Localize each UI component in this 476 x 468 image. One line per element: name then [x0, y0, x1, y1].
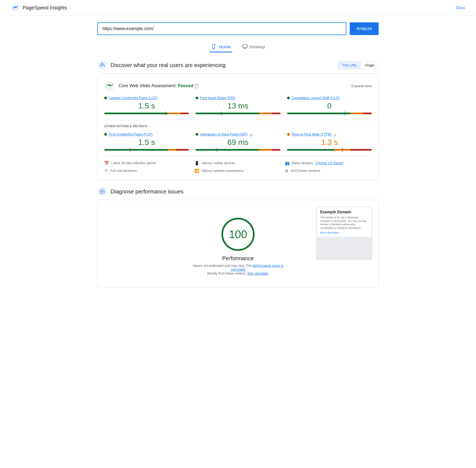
app-title: PageSpeed Insights — [23, 5, 67, 11]
cwv-header: Core Web Vitals Assessment: Passed ? Exp… — [104, 80, 372, 91]
cls-bar-red — [363, 113, 372, 114]
fid-bar-red — [272, 113, 280, 114]
ttfb-marker — [342, 148, 343, 152]
tab-mobile-label: Mobile — [219, 44, 231, 49]
metric-fcp: First Contentful Paint (FCP) 1.5 s — [104, 132, 189, 151]
performance-score-circle: 100 — [221, 218, 255, 251]
fcp-dot — [104, 133, 107, 136]
ttfb-bar-green — [287, 149, 334, 151]
cwv-metrics-grid: Largest Contentful Paint (LCP) 1.5 s Fir… — [104, 96, 372, 114]
this-url-button[interactable]: This URL — [338, 62, 361, 69]
app-header: PageSpeed Insights Docs — [0, 0, 476, 16]
url-origin-toggle: This URL Origin — [338, 61, 379, 69]
lcp-bar-green — [104, 113, 168, 114]
fid-value: 13 ms — [196, 102, 280, 110]
url-input[interactable] — [97, 22, 346, 35]
info-visit-durations: ⏱ Full visit durations — [104, 169, 191, 173]
svg-point-12 — [109, 84, 111, 86]
fcp-marker — [130, 148, 130, 152]
inp-bar-red — [272, 149, 280, 151]
fcp-label[interactable]: First Contentful Paint (FCP) — [104, 132, 189, 136]
calendar-icon: 📅 — [104, 161, 109, 165]
screenshot-link[interactable]: More information... — [320, 231, 368, 234]
fid-marker — [221, 111, 222, 115]
tab-mobile[interactable]: Mobile — [210, 42, 232, 52]
mobile-device-icon: 📱 — [194, 161, 199, 165]
metric-ttfb: Time to First Byte (TTFB) ⚠ 1.3 s — [287, 132, 372, 151]
cwv-status: Passed — [178, 83, 193, 88]
fcp-bar-orange — [168, 149, 176, 151]
inp-label[interactable]: Interaction to Next Paint (INP) ⚠ — [196, 132, 280, 136]
inp-bar-orange — [259, 149, 272, 151]
cwv-help-icon[interactable]: ? — [194, 84, 199, 88]
diagnose-icon — [97, 187, 107, 196]
inp-bar-green — [196, 149, 259, 151]
fcp-bar-red — [176, 149, 189, 151]
section-title-group: Discover what your real users are experi… — [97, 60, 226, 70]
docs-link[interactable]: Docs — [456, 6, 465, 10]
fid-bar — [196, 113, 280, 114]
fid-label[interactable]: First Input Delay (FID) — [196, 96, 280, 100]
ttfb-dot — [287, 133, 290, 136]
svg-point-15 — [101, 191, 103, 192]
fid-bar-orange — [259, 113, 272, 114]
performance-score: 100 — [229, 228, 247, 241]
notable-divider — [104, 120, 372, 120]
page-screenshot: Example Domain This domain is for use in… — [317, 207, 372, 259]
inp-bar — [196, 149, 280, 151]
cls-label[interactable]: Cumulative Layout Shift (CLS) — [287, 96, 372, 100]
field-data-title: Discover what your real users are experi… — [111, 62, 226, 68]
analyze-button[interactable]: Analyze — [350, 22, 379, 35]
cwv-icon — [104, 80, 115, 91]
info-network: 📶 Various network connections — [194, 169, 281, 173]
cwv-title-group: Core Web Vitals Assessment: Passed ? — [104, 80, 199, 91]
performance-card: 100 Performance Values are estimated and… — [97, 200, 379, 288]
origin-button[interactable]: Origin — [361, 62, 378, 69]
expand-view-button[interactable]: Expand view — [351, 84, 372, 88]
diagnose-header: Diagnose performance issues — [97, 187, 379, 196]
screenshot-content: Example Domain This domain is for use in… — [317, 207, 371, 237]
cls-value: 0 — [287, 102, 372, 110]
calculator-link[interactable]: See calculator. — [247, 272, 269, 275]
notable-metrics-grid: First Contentful Paint (FCP) 1.5 s Inter… — [104, 132, 372, 151]
cls-marker — [345, 111, 345, 115]
chrome-ux-report-link[interactable]: Chrome UX Report — [315, 161, 343, 165]
info-devices: 📱 Various mobile devices — [194, 161, 281, 165]
lcp-marker — [165, 111, 166, 115]
info-row: 📅 Latest 28-day collection period 📱 Vari… — [104, 156, 372, 173]
screenshot-body: This domain is for use in illustrative e… — [320, 216, 368, 230]
info-chrome-versions: ⚙ All Chrome versions — [285, 169, 372, 173]
logo-group: PageSpeed Insights — [11, 3, 67, 12]
svg-point-3 — [214, 48, 214, 48]
cls-dot — [287, 97, 290, 99]
field-data-header: Discover what your real users are experi… — [97, 60, 379, 70]
metric-fid: First Input Delay (FID) 13 ms — [196, 96, 280, 114]
cls-bar-green — [287, 113, 351, 114]
inp-marker — [217, 148, 217, 152]
ttfb-label[interactable]: Time to First Byte (TTFB) ⚠ — [287, 132, 372, 136]
screenshot-title: Example Domain — [320, 210, 368, 214]
performance-label: Performance — [222, 255, 254, 262]
main-content: Analyze Mobile Desktop — [86, 16, 390, 294]
fid-dot — [196, 97, 198, 99]
lcp-value: 1.5 s — [104, 102, 189, 110]
tab-desktop[interactable]: Desktop — [241, 42, 266, 52]
fcp-value: 1.5 s — [104, 138, 189, 147]
screenshot-image — [317, 237, 371, 259]
info-samples: 👥 Many samples Chrome UX Report — [285, 161, 372, 165]
pagespeed-logo — [11, 3, 20, 12]
lcp-label[interactable]: Largest Contentful Paint (LCP) — [104, 96, 189, 100]
fid-bar-green — [196, 113, 259, 114]
svg-point-1 — [15, 6, 16, 8]
metric-inp: Interaction to Next Paint (INP) ⚠ 69 ms — [196, 132, 280, 151]
field-data-card: Core Web Vitals Assessment: Passed ? Exp… — [97, 73, 379, 180]
lcp-bar-red — [181, 113, 189, 114]
info-collection-period: 📅 Latest 28-day collection period — [104, 161, 191, 165]
inp-dot — [196, 133, 198, 136]
svg-rect-4 — [242, 45, 247, 48]
fcp-bar-green — [104, 149, 168, 151]
metric-lcp: Largest Contentful Paint (LCP) 1.5 s — [104, 96, 189, 114]
svg-point-9 — [100, 65, 102, 67]
diagnose-title-group: Diagnose performance issues — [97, 187, 184, 196]
lcp-bar — [104, 113, 189, 114]
